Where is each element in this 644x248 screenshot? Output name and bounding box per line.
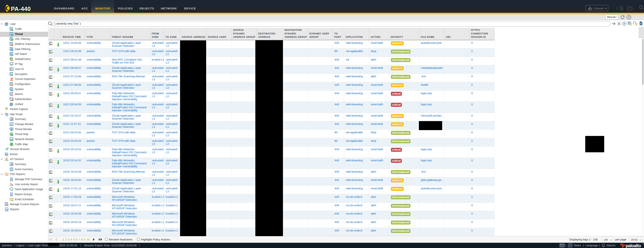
svg-text:X: X [640,23,642,25]
svg-text:A: A [6,174,7,176]
svg-text:?: ? [628,16,630,19]
